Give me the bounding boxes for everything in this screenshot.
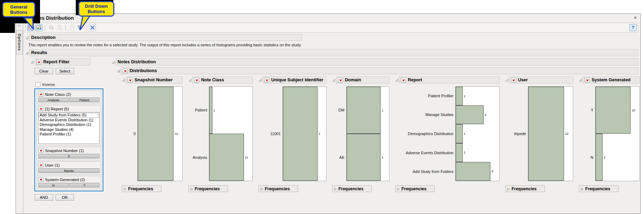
- screenshot-stage: Notes Distribution × ▷ Options ? Descrip…: [0, 0, 644, 214]
- notes-distribution-header: Notes Distribution: [112, 58, 638, 65]
- red-triangle-menu-icon[interactable]: [194, 78, 199, 82]
- select-button[interactable]: Select: [56, 68, 74, 74]
- collapse-triangle-icon[interactable]: [25, 51, 29, 54]
- histogram-bar[interactable]: [138, 87, 173, 181]
- red-triangle-menu-icon[interactable]: [338, 78, 343, 82]
- filter-option-button[interactable]: Patient: [69, 98, 100, 102]
- histogram-bar[interactable]: [528, 87, 564, 181]
- filter-list-item[interactable]: Manage Studies (4): [39, 127, 99, 132]
- distribution-column: Unique Subject Identifier110011▷Frequenc…: [258, 76, 326, 192]
- category-label: 11001: [258, 86, 283, 181]
- filter-list-item[interactable]: Add Study from Folders (5): [39, 113, 99, 118]
- red-triangle-menu-icon[interactable]: [38, 148, 44, 153]
- red-triangle-menu-icon[interactable]: [38, 92, 44, 97]
- histogram-bar[interactable]: [347, 87, 381, 134]
- histogram: thpede12: [505, 86, 573, 181]
- collapse-triangle-icon[interactable]: [122, 79, 125, 82]
- frequencies-label: Frequencies: [195, 186, 220, 191]
- filter-option-button[interactable]: 0: [38, 154, 99, 158]
- filter-option-button[interactable]: N: [38, 183, 69, 187]
- frequencies-button[interactable]: ▷Frequencies: [122, 185, 161, 192]
- frequencies-button[interactable]: ▷Frequencies: [505, 185, 545, 192]
- collapse-triangle-icon[interactable]: [579, 79, 582, 82]
- histogram: YN102: [579, 86, 640, 181]
- frequencies-button[interactable]: ▷Frequencies: [332, 185, 372, 192]
- filter-option-button[interactable]: Y: [69, 183, 100, 187]
- frequencies-button[interactable]: ▷Frequencies: [258, 185, 298, 192]
- frequencies-button[interactable]: ▷Frequencies: [579, 185, 619, 192]
- collapse-triangle-icon[interactable]: [258, 79, 262, 82]
- distribution-title: System Generated: [592, 77, 631, 82]
- filter-list-item[interactable]: Adverse Events Distribution (1): [39, 118, 99, 123]
- collapse-triangle-icon[interactable]: [25, 36, 29, 39]
- disclosure-triangle-icon: ▷: [334, 187, 337, 191]
- and-button[interactable]: AND: [35, 194, 53, 201]
- clear-button[interactable]: Clear: [35, 68, 53, 74]
- red-triangle-menu-icon[interactable]: [511, 78, 516, 82]
- description-header: Description: [25, 34, 638, 41]
- collapse-triangle-icon[interactable]: [395, 79, 398, 82]
- close-icon[interactable]: ×: [634, 15, 637, 21]
- distribution-title: User: [518, 77, 528, 82]
- histogram-bar[interactable]: [209, 134, 244, 181]
- filter-list-item[interactable]: Demographics Distribution (1): [39, 122, 99, 127]
- red-triangle-menu-icon[interactable]: [38, 177, 44, 182]
- frequencies-button[interactable]: ▷Frequencies: [395, 185, 435, 192]
- filter-option-button[interactable]: Analysis: [38, 98, 69, 102]
- collapse-triangle-icon[interactable]: [332, 79, 335, 82]
- count-label: 1: [213, 109, 215, 112]
- description-text: This report enables you to review the no…: [28, 43, 638, 47]
- red-triangle-menu-icon[interactable]: [38, 163, 44, 167]
- count-label: 11: [245, 156, 248, 159]
- filter-option-button[interactable]: thpede: [38, 168, 99, 173]
- axis-labels: 0: [122, 86, 137, 181]
- red-triangle-menu-icon[interactable]: [36, 60, 41, 64]
- histogram-bar[interactable]: [595, 87, 631, 134]
- red-triangle-menu-icon[interactable]: [401, 78, 406, 82]
- red-triangle-menu-icon[interactable]: [585, 78, 590, 82]
- filter-options: NY: [38, 183, 99, 187]
- collapse-triangle-icon[interactable]: [505, 79, 508, 82]
- histogram-bar[interactable]: [456, 143, 463, 162]
- options-panel: ▷ Options: [16, 22, 23, 213]
- frequencies-label: Frequencies: [401, 186, 427, 191]
- histogram-bar[interactable]: [456, 162, 490, 181]
- filter-list-item[interactable]: Patient Profiler (1): [39, 132, 99, 137]
- plot-frame: 1: [283, 86, 326, 181]
- inverse-checkbox[interactable]: [35, 82, 40, 87]
- histogram-bar[interactable]: [456, 124, 463, 143]
- histogram-bar[interactable]: [595, 134, 603, 181]
- notes-distribution-header-label: Notes Distribution: [118, 59, 156, 64]
- distribution-column-header: User: [505, 76, 573, 83]
- help-icon[interactable]: ?: [629, 24, 637, 31]
- histogram-bar[interactable]: [456, 87, 463, 105]
- histogram-band: 1: [209, 87, 252, 134]
- notes-icon: [69, 25, 75, 30]
- axis-labels: PatientAnalysis: [188, 86, 209, 181]
- count-label: 1: [464, 132, 466, 135]
- histogram-bar[interactable]: [209, 87, 212, 134]
- report-filter-panel: Report Filter Clear Select Inverse Note …: [25, 58, 110, 213]
- collapse-triangle-icon[interactable]: [188, 79, 192, 82]
- histogram-bar[interactable]: [283, 87, 318, 181]
- report-magnifier-icon: [57, 25, 62, 30]
- frequencies-button[interactable]: ▷Frequencies: [188, 185, 228, 192]
- options-tab[interactable]: Options: [16, 30, 23, 54]
- histogram-bar[interactable]: [347, 134, 381, 181]
- red-triangle-menu-icon[interactable]: [122, 69, 128, 73]
- red-triangle-menu-icon[interactable]: [264, 78, 269, 82]
- inverse-label: Inverse: [42, 82, 55, 87]
- histogram-bar[interactable]: [456, 105, 484, 124]
- histogram-band: 1: [347, 87, 389, 134]
- distribution-column: System GeneratedYN102▷Frequencies: [579, 76, 640, 192]
- collapse-triangle-icon[interactable]: [30, 60, 34, 64]
- filter-group-header: [1] Report (5): [38, 106, 99, 111]
- red-triangle-menu-icon[interactable]: [38, 106, 44, 111]
- collapse-triangle-icon[interactable]: [117, 69, 120, 73]
- collapse-triangle-icon[interactable]: [112, 60, 115, 64]
- distribution-column-header: Domain: [332, 76, 389, 83]
- or-button[interactable]: OR: [56, 194, 74, 201]
- data-filter-box: Note Class (2)AnalysisPatient[1] Report …: [34, 88, 103, 191]
- histogram-band: 12: [138, 87, 182, 181]
- red-triangle-menu-icon[interactable]: [127, 78, 133, 82]
